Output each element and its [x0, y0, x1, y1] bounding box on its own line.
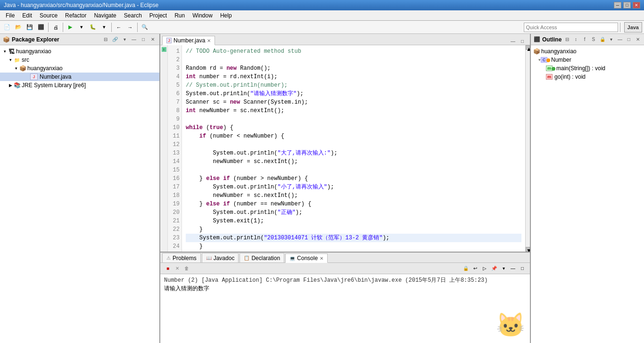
- menu-help[interactable]: Help: [216, 11, 236, 20]
- console-content: Number (2) [Java Application] C:\Program…: [160, 274, 530, 303]
- new-button[interactable]: 📄: [2, 22, 12, 33]
- console-tab-close[interactable]: ✕: [320, 256, 323, 261]
- outline-item-go[interactable]: m go(int) : void: [531, 73, 644, 81]
- menu-edit[interactable]: Edit: [18, 11, 36, 20]
- save-all-button[interactable]: ⬛: [36, 22, 46, 33]
- console-minimize[interactable]: —: [509, 265, 517, 272]
- outline-minimize[interactable]: —: [617, 36, 624, 43]
- next-edit-button[interactable]: →: [125, 22, 135, 33]
- outline-hide-static-button[interactable]: S: [590, 36, 597, 43]
- tree-item-number-java[interactable]: J Number.java: [0, 73, 159, 81]
- run-button[interactable]: ▶: [65, 22, 75, 33]
- outline-label-go: go(int) : void: [554, 74, 586, 80]
- tab-declaration[interactable]: 📋 Declaration: [239, 253, 284, 262]
- debug-button[interactable]: 🐛: [88, 22, 98, 33]
- left-panel: 📦 Package Explorer ⊟ 🔗 ▾ — □ ✕ ▾ 🏗 huang…: [0, 34, 160, 343]
- java-perspective-button[interactable]: Java: [624, 22, 642, 33]
- tree-label-jre: JRE System Library [jre6]: [22, 82, 86, 89]
- scrollbar-track[interactable]: [526, 50, 530, 247]
- tree-arrow-project[interactable]: ▾: [2, 49, 8, 54]
- terminate-button[interactable]: ■: [164, 265, 172, 272]
- menu-file[interactable]: File: [2, 11, 18, 20]
- tree-arrow-package[interactable]: ▾: [13, 66, 19, 71]
- tree-item-jre[interactable]: ▶ 📚 JRE System Library [jre6]: [0, 81, 159, 90]
- minimize-panel-button[interactable]: —: [130, 36, 138, 43]
- bottom-tabs-bar: ⚠ Problems 📖 Javadoc 📋 Declaration 💻 Con…: [160, 252, 530, 263]
- todo-marker: !: [162, 47, 166, 52]
- clear-console-button[interactable]: 🗑: [183, 265, 190, 272]
- tree-arrow-src[interactable]: ▾: [8, 57, 13, 62]
- toolbar-separator-5: [620, 23, 620, 32]
- outline-maximize[interactable]: □: [625, 36, 632, 43]
- quick-access-box[interactable]: [524, 23, 618, 32]
- debug-dropdown[interactable]: ▾: [99, 22, 109, 33]
- prev-edit-button[interactable]: ←: [114, 22, 124, 33]
- run-dropdown[interactable]: ▾: [76, 22, 87, 33]
- outline-class-decorator: [546, 58, 550, 62]
- code-line-14: newNumber = sc.nextInt();: [186, 157, 521, 166]
- menu-window[interactable]: Window: [189, 11, 216, 20]
- app-title: Java - huangyanxiao/src/huangyanxiao/Num…: [4, 2, 158, 8]
- outline-hide-fields-button[interactable]: f: [581, 36, 588, 43]
- remove-launch-button[interactable]: ✕: [173, 265, 181, 272]
- toolbar-separator-2: [63, 23, 63, 32]
- console-output-1: 请输入猜测的数字: [164, 285, 526, 293]
- tab-label-javadoc: Javadoc: [214, 255, 235, 261]
- word-wrap-button[interactable]: ↩: [471, 265, 479, 272]
- open-button[interactable]: 📂: [13, 22, 24, 33]
- code-line-20: System.out.println("正确");: [186, 208, 521, 217]
- outline-label-class: Number: [551, 57, 571, 63]
- code-line-11: if (number < newNumber) {: [186, 132, 521, 140]
- scrollbar-up-arrow[interactable]: ▲: [526, 45, 530, 50]
- scroll-lock-button[interactable]: 🔒: [462, 265, 470, 272]
- open-console-button[interactable]: ▷: [481, 265, 488, 272]
- console-view-menu[interactable]: ▾: [500, 265, 507, 272]
- outline-hide-nonpub-button[interactable]: 🔒: [599, 36, 606, 43]
- toolbar-separator-3: [111, 23, 112, 32]
- editor-scrollbar[interactable]: ▲ ▼: [525, 45, 530, 252]
- menu-source[interactable]: Source: [36, 11, 61, 20]
- tab-close-button[interactable]: ✕: [207, 38, 211, 43]
- outline-item-class[interactable]: ▾ C Number: [531, 56, 644, 64]
- outline-close[interactable]: ✕: [634, 36, 641, 43]
- tree-item-package[interactable]: ▾ 📦 huangyanxiao: [0, 64, 159, 73]
- tab-javadoc[interactable]: 📖 Javadoc: [202, 253, 239, 262]
- editor-maximize-button[interactable]: □: [519, 37, 526, 45]
- tree-item-project[interactable]: ▾ 🏗 huangyanxiao: [0, 47, 159, 56]
- tree-item-src[interactable]: ▾ 📁 src: [0, 56, 159, 64]
- close-button[interactable]: ✕: [633, 2, 640, 8]
- maximize-panel-button[interactable]: □: [140, 36, 147, 43]
- console-maximize[interactable]: □: [519, 265, 526, 272]
- menu-run[interactable]: Run: [171, 11, 189, 20]
- editor-minimize-button[interactable]: —: [509, 37, 517, 45]
- outline-item-package[interactable]: 📦 huangyanxiao: [531, 47, 644, 56]
- pin-console-button[interactable]: 📌: [490, 265, 498, 272]
- tab-problems[interactable]: ⚠ Problems: [162, 253, 201, 262]
- quick-access-input[interactable]: [526, 24, 616, 30]
- code-editor[interactable]: // TODO Auto-generated method stub Rando…: [182, 45, 525, 252]
- save-button[interactable]: 💾: [25, 22, 35, 33]
- scrollbar-down-arrow[interactable]: ▼: [526, 247, 530, 252]
- menu-navigate[interactable]: Navigate: [90, 11, 120, 20]
- view-menu-button[interactable]: ▾: [121, 36, 128, 43]
- tab-console[interactable]: 💻 Console ✕: [285, 253, 328, 263]
- menu-refactor[interactable]: Refactor: [61, 11, 90, 20]
- link-editor-button[interactable]: 🔗: [111, 36, 119, 43]
- maximize-button[interactable]: □: [623, 2, 631, 8]
- print-button[interactable]: 🖨: [50, 22, 61, 33]
- close-panel-button[interactable]: ✕: [149, 36, 157, 43]
- tree-arrow-jre[interactable]: ▶: [8, 83, 13, 88]
- outline-collapse-button[interactable]: ⊟: [563, 36, 570, 43]
- search-button[interactable]: 🔍: [140, 22, 150, 33]
- minimize-button[interactable]: ─: [614, 2, 621, 8]
- code-line-21: System.exit(1);: [186, 217, 521, 225]
- outline-view-menu[interactable]: ▾: [608, 36, 615, 43]
- tab-label-number-java: Number.java: [173, 37, 205, 44]
- editor-tab-number-java[interactable]: J Number.java ✕: [162, 36, 215, 45]
- code-line-22: }: [186, 225, 521, 234]
- outline-sort-button[interactable]: ↕: [572, 36, 579, 43]
- menu-search[interactable]: Search: [120, 11, 146, 20]
- collapse-all-button[interactable]: ⊟: [102, 36, 109, 43]
- menu-project[interactable]: Project: [146, 11, 171, 20]
- outline-item-main[interactable]: m main(String[]) : void: [531, 64, 644, 73]
